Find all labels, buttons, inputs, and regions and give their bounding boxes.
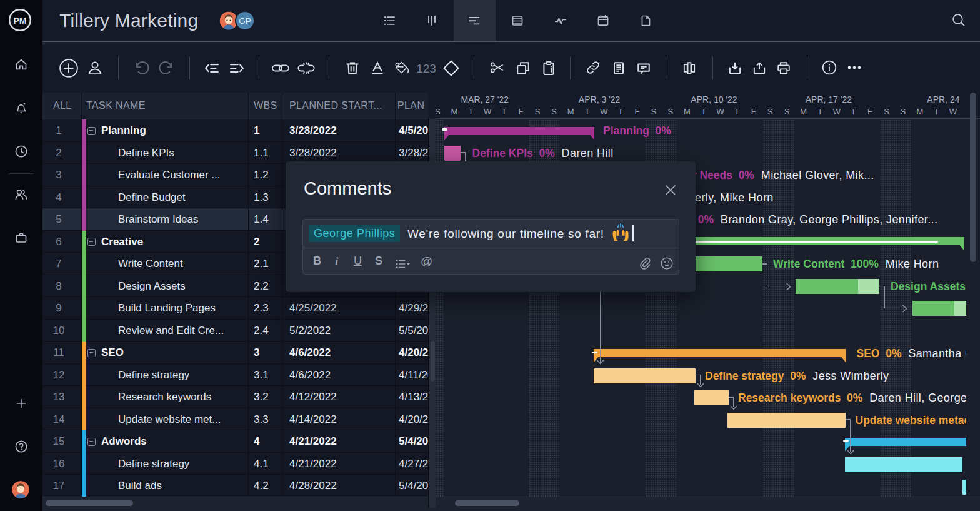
svg-text:PM: PM	[14, 16, 27, 26]
svg-text:GP: GP	[239, 16, 251, 26]
